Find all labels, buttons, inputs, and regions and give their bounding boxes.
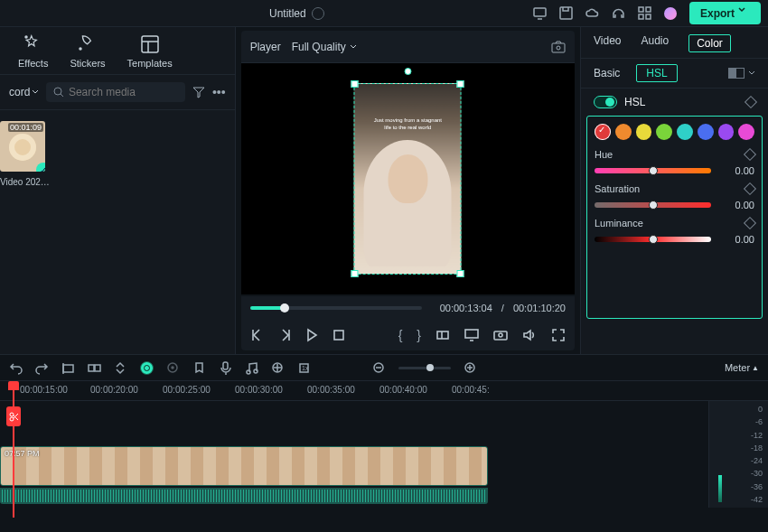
fullscreen-icon[interactable] <box>551 328 566 342</box>
meter-toggle[interactable]: Meter ▲ <box>725 362 759 373</box>
handle-rotate[interactable] <box>404 68 411 75</box>
luminance-keyframe-icon[interactable] <box>744 217 756 229</box>
saturation-handle[interactable] <box>649 201 658 210</box>
effects-tab[interactable]: Effects <box>18 34 48 69</box>
scrubber[interactable] <box>250 306 422 310</box>
swatch-orange[interactable] <box>615 124 632 140</box>
mic-icon[interactable] <box>219 361 232 375</box>
handle-tl[interactable] <box>351 80 359 88</box>
tab-video[interactable]: Video <box>594 34 621 52</box>
hue-keyframe-icon[interactable] <box>744 148 756 161</box>
preview-canvas[interactable]: Just moving from a stagnant life to the … <box>241 63 575 294</box>
display-icon[interactable] <box>533 6 547 20</box>
playhead[interactable] <box>13 381 14 518</box>
handle-tr[interactable] <box>457 80 464 88</box>
zoom-in-icon[interactable] <box>464 361 477 375</box>
saturation-keyframe-icon[interactable] <box>744 182 756 195</box>
monitor-icon[interactable] <box>464 328 479 342</box>
swatch-purple[interactable] <box>718 124 735 140</box>
preview-controls: { } <box>241 320 575 350</box>
adjust-icon[interactable] <box>271 361 285 375</box>
next-frame-icon[interactable] <box>277 328 292 342</box>
saturation-value[interactable]: 0.00 <box>720 200 754 210</box>
cloud-icon[interactable] <box>585 6 599 20</box>
svg-line-13 <box>61 94 63 97</box>
marker-icon[interactable] <box>192 361 206 375</box>
redo-icon[interactable] <box>35 361 49 375</box>
effects-icon <box>23 34 43 54</box>
luminance-slider[interactable] <box>595 237 711 242</box>
hue-slider[interactable] <box>595 168 711 173</box>
video-track-clip[interactable]: 07:57 PM <box>0 446 488 486</box>
search-input[interactable] <box>69 86 178 98</box>
luminance-handle[interactable] <box>649 235 658 244</box>
stickers-tab[interactable]: Stickers <box>70 34 105 69</box>
swatch-cyan[interactable] <box>677 124 693 140</box>
swatch-magenta[interactable] <box>738 124 754 140</box>
db-tick: -30 <box>709 469 763 478</box>
swatch-yellow[interactable] <box>636 124 652 140</box>
record-dropdown[interactable]: cord <box>9 86 39 98</box>
mark-in-icon[interactable]: { <box>398 328 403 342</box>
db-meter: 0 -6 -12 -18 -24 -30 -36 -42 <box>708 401 768 508</box>
timeline-tracks[interactable]: 07:57 PM 0 -6 -12 -18 -24 -30 -36 -42 <box>0 401 768 508</box>
search-box[interactable] <box>46 82 185 102</box>
undo-icon[interactable] <box>9 361 23 375</box>
search-row: cord ••• <box>0 75 235 110</box>
tab-color[interactable]: Color <box>688 34 731 52</box>
ratio-icon[interactable] <box>436 328 450 342</box>
quality-dropdown[interactable]: Full Quality <box>292 41 357 53</box>
cut-button[interactable] <box>6 406 21 426</box>
templates-tab[interactable]: Templates <box>127 34 173 69</box>
selection-frame[interactable]: Just moving from a stagnant life to the … <box>354 83 462 275</box>
svg-rect-30 <box>95 365 100 371</box>
apps-icon[interactable] <box>638 6 651 20</box>
prev-frame-icon[interactable] <box>250 328 265 342</box>
swatch-green[interactable] <box>656 124 672 140</box>
headphone-icon[interactable] <box>612 6 625 20</box>
subtab-basic[interactable]: Basic <box>594 67 620 79</box>
effects-tl-icon[interactable] <box>166 361 180 375</box>
swatch-blue[interactable] <box>698 124 714 140</box>
export-button[interactable]: Export <box>689 2 761 24</box>
zoom-out-icon[interactable] <box>372 361 386 375</box>
stop-icon[interactable] <box>332 328 346 342</box>
luminance-value[interactable]: 0.00 <box>720 234 754 245</box>
clip-name: Video 202… <box>0 177 54 187</box>
hue-value[interactable]: 0.00 <box>720 165 754 176</box>
music-icon[interactable] <box>245 361 258 375</box>
saturation-slider[interactable] <box>595 202 711 208</box>
timeline-ruler[interactable]: 00:00:15:00 00:00:20:00 00:00:25:00 00:0… <box>0 381 768 401</box>
crop-icon[interactable] <box>61 361 75 375</box>
expand-icon[interactable] <box>114 361 127 375</box>
swatch-red[interactable] <box>595 124 611 140</box>
record-indicator-icon[interactable] <box>140 361 154 375</box>
filter-icon[interactable] <box>192 86 205 98</box>
handle-br[interactable] <box>457 270 464 277</box>
hsl-toggle[interactable] <box>594 96 617 108</box>
scrubber-handle[interactable] <box>280 303 289 313</box>
zoom-handle[interactable] <box>426 364 434 371</box>
snapshot-icon[interactable] <box>551 41 566 53</box>
save-icon[interactable] <box>559 6 573 20</box>
db-tick: 0 <box>709 405 763 414</box>
speed-icon[interactable]: 1x <box>297 361 311 375</box>
camera-icon[interactable] <box>493 328 508 342</box>
audio-track-clip[interactable] <box>0 488 488 504</box>
volume-icon[interactable] <box>522 328 537 342</box>
subtab-hsl[interactable]: HSL <box>636 64 677 82</box>
zoom-slider[interactable] <box>398 367 451 369</box>
split-icon[interactable] <box>88 361 101 375</box>
hue-handle[interactable] <box>649 166 658 175</box>
media-clip[interactable]: 00:01:09 ✓ Video 202… <box>0 121 54 187</box>
play-icon[interactable] <box>304 328 319 342</box>
keyframe-icon[interactable] <box>745 96 757 108</box>
compare-toggle[interactable] <box>728 68 755 79</box>
mark-out-icon[interactable]: } <box>417 328 421 342</box>
handle-bl[interactable] <box>351 270 359 277</box>
profile-avatar[interactable] <box>664 7 677 20</box>
more-icon[interactable]: ••• <box>212 85 226 99</box>
svg-rect-33 <box>223 362 228 369</box>
preview-scrubber-row: 00:00:13:04 / 00:01:10:20 <box>241 296 575 320</box>
tab-audio[interactable]: Audio <box>641 34 669 52</box>
